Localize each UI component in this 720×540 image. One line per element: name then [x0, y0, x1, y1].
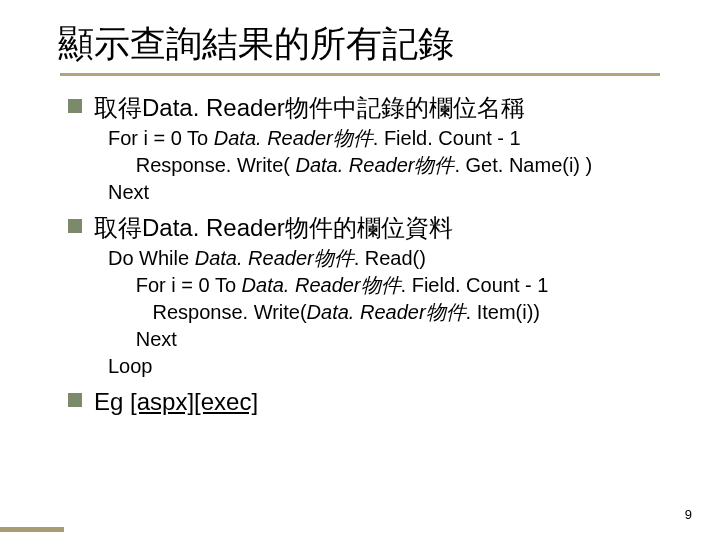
- code-line: For i = 0 To Data. Reader物件. Field. Coun…: [108, 125, 680, 152]
- eg-prefix: Eg: [94, 388, 130, 415]
- code-line: Response. Write(Data. Reader物件. Item(i)): [108, 299, 680, 326]
- code-line: Response. Write( Data. Reader物件. Get. Na…: [108, 152, 680, 179]
- code-line: Loop: [108, 353, 680, 380]
- page-number: 9: [685, 507, 692, 522]
- link-exec[interactable]: [exec]: [194, 388, 258, 415]
- square-bullet-icon: [68, 99, 82, 113]
- accent-bar: [0, 527, 64, 532]
- title-underline: [60, 73, 660, 76]
- bullet-text: 取得Data. Reader物件中記錄的欄位名稱: [94, 92, 525, 123]
- bullet-item: Eg [aspx][exec]: [68, 386, 680, 417]
- code-line: Do While Data. Reader物件. Read(): [108, 245, 680, 272]
- slide: 顯示查詢結果的所有記錄 取得Data. Reader物件中記錄的欄位名稱 For…: [0, 0, 720, 418]
- slide-title: 顯示查詢結果的所有記錄: [58, 20, 720, 69]
- code-block: For i = 0 To Data. Reader物件. Field. Coun…: [108, 125, 680, 206]
- slide-body: 取得Data. Reader物件中記錄的欄位名稱 For i = 0 To Da…: [68, 92, 680, 418]
- code-block: Do While Data. Reader物件. Read() For i = …: [108, 245, 680, 380]
- eg-line: Eg [aspx][exec]: [94, 386, 258, 417]
- bullet-item: 取得Data. Reader物件的欄位資料: [68, 212, 680, 243]
- link-aspx[interactable]: [aspx]: [130, 388, 194, 415]
- code-line: Next: [108, 179, 680, 206]
- square-bullet-icon: [68, 393, 82, 407]
- bullet-item: 取得Data. Reader物件中記錄的欄位名稱: [68, 92, 680, 123]
- square-bullet-icon: [68, 219, 82, 233]
- bullet-text: 取得Data. Reader物件的欄位資料: [94, 212, 453, 243]
- code-line: Next: [108, 326, 680, 353]
- code-line: For i = 0 To Data. Reader物件. Field. Coun…: [108, 272, 680, 299]
